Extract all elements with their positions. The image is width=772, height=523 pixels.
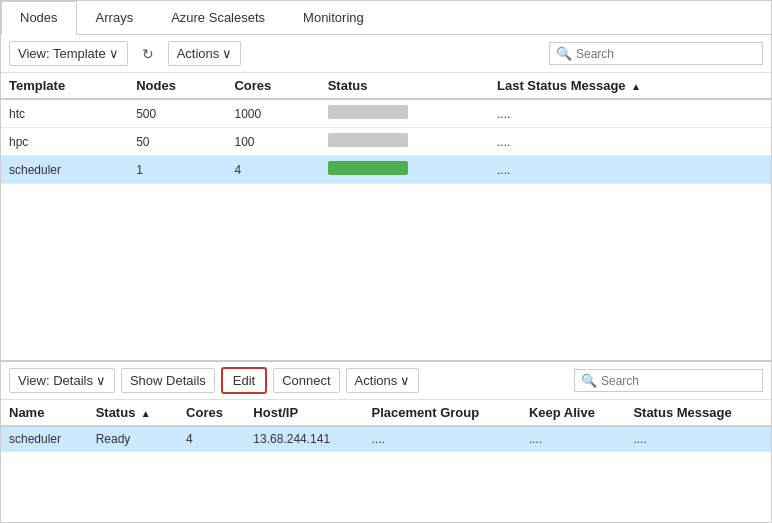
tab-monitoring[interactable]: Monitoring [284, 1, 383, 34]
lower-actions-arrow: ∨ [400, 373, 410, 388]
tab-nodes[interactable]: Nodes [1, 1, 77, 35]
refresh-button[interactable]: ↻ [136, 42, 160, 66]
lower-view-details-button[interactable]: View: Details ∨ [9, 368, 115, 393]
status-bar [328, 161, 408, 175]
upper-cell-nodes: 50 [128, 128, 226, 156]
lower-col-host-ip[interactable]: Host/IP [245, 400, 363, 426]
sort-arrow-last-status: ▲ [631, 81, 641, 92]
upper-cell-template: hpc [1, 128, 128, 156]
upper-table-row[interactable]: htc5001000.... [1, 99, 771, 128]
lower-cell-keep-alive: .... [521, 426, 625, 452]
connect-button[interactable]: Connect [273, 368, 339, 393]
col-last-status-message[interactable]: Last Status Message ▲ [489, 73, 771, 99]
lower-col-name[interactable]: Name [1, 400, 88, 426]
upper-cell-cores: 1000 [226, 99, 319, 128]
upper-cell-last-status-message: .... [489, 99, 771, 128]
tab-arrays[interactable]: Arrays [77, 1, 153, 34]
lower-table-row[interactable]: schedulerReady413.68.244.141............ [1, 426, 771, 452]
col-status[interactable]: Status [320, 73, 489, 99]
lower-view-label: View: Details [18, 373, 93, 388]
upper-cell-last-status-message: .... [489, 156, 771, 184]
edit-button[interactable]: Edit [221, 367, 267, 394]
upper-panel: Template Nodes Cores Status Last Status … [1, 73, 771, 362]
edit-label: Edit [233, 373, 255, 388]
actions-label: Actions [177, 46, 220, 61]
lower-col-status[interactable]: Status ▲ [88, 400, 178, 426]
lower-search-icon: 🔍 [581, 373, 597, 388]
view-template-button[interactable]: View: Template ∨ [9, 41, 128, 66]
lower-table-header-row: Name Status ▲ Cores Host/IP [1, 400, 771, 426]
lower-actions-button[interactable]: Actions ∨ [346, 368, 420, 393]
status-bar [328, 133, 408, 147]
tab-azure-scalesets[interactable]: Azure Scalesets [152, 1, 284, 34]
search-icon: 🔍 [556, 46, 572, 61]
lower-table-container: Name Status ▲ Cores Host/IP [1, 400, 771, 522]
lower-cell-status: Ready [88, 426, 178, 452]
lower-cell-status-message: .... [625, 426, 771, 452]
upper-cell-nodes: 500 [128, 99, 226, 128]
lower-col-status-message[interactable]: Status Message [625, 400, 771, 426]
tab-bar: Nodes Arrays Azure Scalesets Monitoring [1, 1, 771, 35]
upper-cell-last-status-message: .... [489, 128, 771, 156]
view-template-label: View: Template [18, 46, 106, 61]
lower-search-container: 🔍 [574, 369, 763, 392]
lower-search-input[interactable] [601, 374, 756, 388]
upper-toolbar: View: Template ∨ ↻ Actions ∨ 🔍 [1, 35, 771, 73]
lower-cell-placement-group: .... [363, 426, 520, 452]
actions-button[interactable]: Actions ∨ [168, 41, 242, 66]
lower-toolbar: View: Details ∨ Show Details Edit Connec… [1, 362, 771, 400]
lower-sort-arrow-status: ▲ [141, 408, 151, 419]
status-bar [328, 105, 408, 119]
lower-col-cores[interactable]: Cores [178, 400, 245, 426]
upper-cell-status [320, 128, 489, 156]
upper-table-row[interactable]: scheduler14.... [1, 156, 771, 184]
col-nodes[interactable]: Nodes [128, 73, 226, 99]
upper-table-row[interactable]: hpc50100.... [1, 128, 771, 156]
lower-cell-cores: 4 [178, 426, 245, 452]
upper-cell-cores: 100 [226, 128, 319, 156]
lower-actions-label: Actions [355, 373, 398, 388]
upper-table-body: htc5001000....hpc50100....scheduler14...… [1, 99, 771, 184]
lower-cell-host-ip: 13.68.244.141 [245, 426, 363, 452]
lower-panel: View: Details ∨ Show Details Edit Connec… [1, 362, 771, 522]
upper-cell-nodes: 1 [128, 156, 226, 184]
lower-table-body: schedulerReady413.68.244.141............ [1, 426, 771, 452]
upper-search-input[interactable] [576, 47, 756, 61]
upper-cell-status [320, 156, 489, 184]
upper-cell-template: htc [1, 99, 128, 128]
lower-col-placement-group[interactable]: Placement Group [363, 400, 520, 426]
upper-search-container: 🔍 [549, 42, 763, 65]
col-cores[interactable]: Cores [226, 73, 319, 99]
show-details-button[interactable]: Show Details [121, 368, 215, 393]
upper-cell-template: scheduler [1, 156, 128, 184]
lower-view-arrow: ∨ [96, 373, 106, 388]
lower-cell-name: scheduler [1, 426, 88, 452]
show-details-label: Show Details [130, 373, 206, 388]
upper-table-header-row: Template Nodes Cores Status Last Status … [1, 73, 771, 99]
upper-cell-status [320, 99, 489, 128]
view-template-arrow: ∨ [109, 46, 119, 61]
actions-arrow: ∨ [222, 46, 232, 61]
upper-table: Template Nodes Cores Status Last Status … [1, 73, 771, 184]
col-template[interactable]: Template [1, 73, 128, 99]
main-container: Nodes Arrays Azure Scalesets Monitoring … [0, 0, 772, 523]
lower-col-keep-alive[interactable]: Keep Alive [521, 400, 625, 426]
upper-cell-cores: 4 [226, 156, 319, 184]
lower-table: Name Status ▲ Cores Host/IP [1, 400, 771, 452]
connect-label: Connect [282, 373, 330, 388]
